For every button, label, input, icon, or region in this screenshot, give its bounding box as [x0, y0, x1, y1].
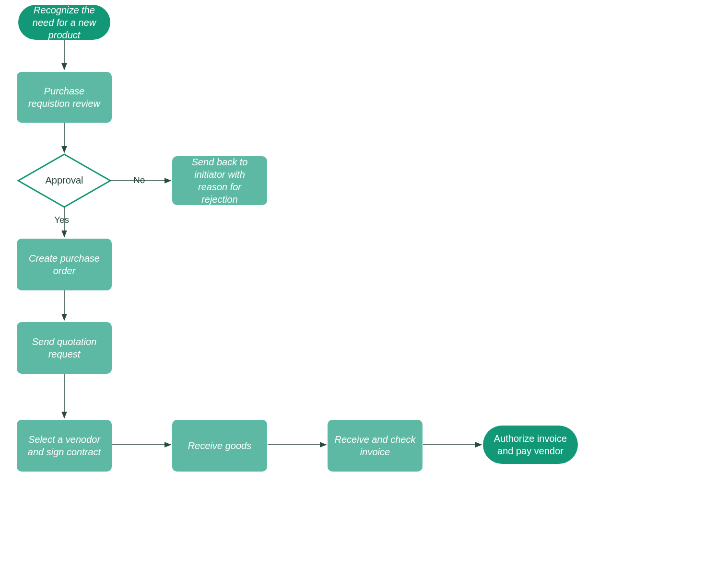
node-label: Receive goods: [188, 439, 251, 452]
node-label: Authorize invoice and pay vendor: [490, 432, 571, 457]
node-invoice: Receive and check invoice: [328, 420, 423, 472]
node-label: Create purchase order: [23, 252, 105, 277]
node-label: Purchase requistion review: [23, 85, 105, 110]
node-vendor: Select a venodor and sign contract: [17, 420, 112, 472]
node-label: Send quotation request: [23, 335, 105, 360]
node-label: Receive and check invoice: [334, 433, 416, 458]
node-receive-goods: Receive goods: [172, 420, 267, 472]
edge-label-no: No: [133, 175, 145, 185]
node-create-po: Create purchase order: [17, 239, 112, 290]
node-reject: Send back to initiator with reason for r…: [172, 156, 267, 205]
node-quote: Send quotation request: [17, 322, 112, 374]
node-start: Recognize the need for a new product: [18, 5, 110, 40]
node-approval-label: Approval: [37, 175, 91, 186]
node-review: Purchase requistion review: [17, 72, 112, 123]
edge-label-yes: Yes: [54, 215, 69, 225]
node-label: Select a venodor and sign contract: [23, 433, 105, 458]
node-label: Approval: [46, 175, 83, 185]
node-pay: Authorize invoice and pay vendor: [483, 426, 578, 464]
node-label: Send back to initiator with reason for r…: [179, 156, 260, 206]
node-label: Recognize the need for a new product: [25, 4, 104, 41]
